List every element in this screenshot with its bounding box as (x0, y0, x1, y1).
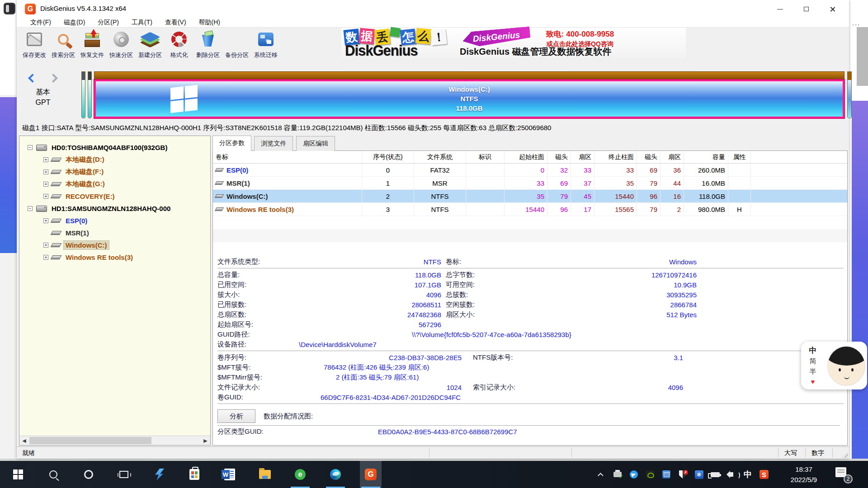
search-partition-button[interactable]: 搜索分区 (49, 29, 77, 67)
column-header[interactable]: 磁头 (547, 151, 571, 163)
minimize-button[interactable] (767, 0, 793, 18)
ime-favorite-icon[interactable]: ♥ (807, 376, 818, 387)
close-button[interactable] (819, 0, 845, 18)
browser-360-button[interactable]: e (289, 461, 311, 488)
delete-partition-button[interactable]: 删除分区 (194, 29, 222, 67)
quick-partition-button[interactable]: 快速分区 (107, 29, 135, 67)
tree-item[interactable]: +本地磁盘(G:) (19, 178, 210, 190)
tree-item[interactable]: MSR(1) (19, 227, 210, 239)
scroll-left-icon[interactable]: ◀ (19, 436, 29, 445)
expand-icon[interactable]: + (43, 243, 48, 248)
menu-tools[interactable]: 工具(T) (125, 18, 159, 27)
tree-item[interactable]: −HD0:TOSHIBAMQ04ABF100(932GB) (19, 141, 210, 154)
backup-partition-button[interactable]: 备份分区 (223, 29, 251, 67)
column-header[interactable]: 容量 (684, 151, 728, 163)
menu-help[interactable]: 帮助(H) (193, 18, 226, 27)
start-button[interactable] (7, 461, 29, 488)
word-button[interactable] (219, 461, 241, 488)
tree-item[interactable]: +Windows(C:) (19, 239, 210, 251)
wallpaper-accent (0, 97, 17, 253)
column-header[interactable]: 扇区 (571, 151, 594, 163)
column-header[interactable]: 起始柱面 (505, 151, 547, 163)
column-header[interactable]: 磁头 (637, 151, 660, 163)
tray-printer[interactable] (610, 461, 625, 488)
new-partition-button[interactable]: 新建分区 (136, 29, 164, 67)
tree-item[interactable]: +本地磁盘(D:) (19, 154, 210, 166)
table-row[interactable]: Windows(C:)2NTFS357945154409616118.0GB (213, 190, 847, 203)
tray-sogou[interactable]: S (756, 461, 772, 488)
microsoft-store-button[interactable] (184, 461, 205, 488)
tray-battery[interactable] (708, 461, 723, 488)
task-view-button[interactable] (113, 461, 135, 488)
maximize-button[interactable] (793, 0, 819, 18)
table-row[interactable]: ESP(0)0FAT3203233336936260.0MB (213, 164, 847, 177)
tree-item[interactable]: −HD1:SAMSUNGMZNLN128HAHQ-000 (19, 202, 210, 215)
tab-partition-parameters[interactable]: 分区参数 (212, 136, 251, 151)
partition-block-esp[interactable] (81, 71, 85, 118)
scrollbar-thumb[interactable] (29, 437, 151, 444)
menu-view[interactable]: 查看(V) (159, 18, 193, 27)
expand-icon[interactable]: + (43, 157, 48, 162)
column-header[interactable]: 序号(状态) (362, 151, 414, 163)
tab-sector-edit[interactable]: 扇区编辑 (296, 136, 335, 151)
menu-partition[interactable]: 分区(P) (91, 18, 125, 27)
format-button[interactable]: 格式化 (165, 29, 193, 67)
action-center-button[interactable]: 2 (835, 467, 849, 481)
expand-icon[interactable]: + (43, 194, 48, 199)
system-migration-button[interactable]: 系统迁移 (252, 29, 280, 67)
collapse-icon[interactable]: − (28, 206, 33, 211)
tray-nvidia[interactable] (642, 461, 658, 488)
expand-icon[interactable]: + (43, 218, 48, 223)
partition-block-re-tools[interactable] (847, 71, 852, 118)
tray-intel-graphics[interactable] (659, 461, 674, 488)
tree-item[interactable]: +RECOVERY(E:) (19, 190, 210, 202)
resize-grip[interactable] (842, 451, 848, 458)
menu-disk[interactable]: 磁盘(D) (57, 18, 91, 27)
table-row[interactable]: Windows RE tools(3)3NTFS1544096171556579… (213, 203, 847, 216)
save-changes-button[interactable]: 保存更改 (20, 29, 48, 67)
table-row[interactable]: MSR(1)1MSR33693735794416.0MB (213, 177, 847, 190)
expand-icon[interactable]: + (43, 255, 48, 260)
taskbar-clock[interactable]: 18:37 2022/5/9 (780, 464, 827, 485)
partition-block-msr[interactable] (88, 71, 92, 118)
ad-banner[interactable]: 数据丢怎么！ DiskGenius 致电: 400-008-9958 或点击此处… (341, 28, 686, 58)
tab-browse-files[interactable]: 浏览文件 (254, 136, 293, 151)
next-disk-icon[interactable] (49, 74, 58, 83)
column-header[interactable]: 终止柱面 (594, 151, 637, 163)
thunder-app-button[interactable] (148, 461, 170, 488)
collapse-icon[interactable]: − (28, 145, 33, 150)
analyze-button[interactable]: 分析 (217, 409, 255, 423)
file-explorer-button[interactable] (254, 461, 276, 488)
tray-ime-mode[interactable]: 中 (740, 461, 755, 488)
tree-item[interactable]: +本地磁盘(F:) (19, 166, 210, 178)
column-header[interactable]: 卷标 (213, 151, 362, 163)
column-header[interactable]: 标识 (466, 151, 505, 163)
column-header[interactable]: 属性 (728, 151, 751, 163)
cortana-button[interactable] (78, 461, 99, 488)
ime-halfwidth-toggle[interactable]: 半 (807, 366, 818, 376)
tray-security[interactable]: ✗ (675, 461, 690, 488)
tray-volume[interactable] (724, 461, 739, 488)
ime-chinese-toggle[interactable]: 中 (807, 345, 818, 356)
taskbar-search-button[interactable] (42, 461, 64, 488)
recover-files-button[interactable]: 恢复文件 (78, 29, 106, 67)
tray-360[interactable]: ❄ (691, 461, 707, 488)
disk-icon (36, 206, 47, 212)
expand-icon[interactable]: + (43, 169, 48, 174)
column-header[interactable]: 文件系统 (414, 151, 466, 163)
tree-horizontal-scrollbar[interactable]: ◀ ▶ (19, 436, 210, 445)
partition-block-windows-c[interactable]: Windows(C:) NTFS 118.0GB (94, 71, 844, 118)
tree-item[interactable]: +ESP(0) (19, 215, 210, 227)
tree-item[interactable]: +Windows RE tools(3) (19, 251, 210, 263)
expand-icon[interactable]: + (43, 182, 48, 187)
scroll-right-icon[interactable]: ▶ (201, 436, 210, 445)
edge-button[interactable] (325, 461, 346, 488)
tray-messenger[interactable] (626, 461, 642, 488)
ime-simplified-toggle[interactable]: 简 (807, 356, 818, 366)
tray-expand-button[interactable] (594, 461, 609, 488)
menu-file[interactable]: 文件(F) (24, 18, 57, 27)
diskgenius-taskbar-button[interactable]: G (360, 461, 382, 488)
prev-disk-icon[interactable] (28, 74, 37, 83)
ime-mascot-avatar[interactable] (827, 346, 865, 386)
column-header[interactable]: 扇区 (660, 151, 684, 163)
